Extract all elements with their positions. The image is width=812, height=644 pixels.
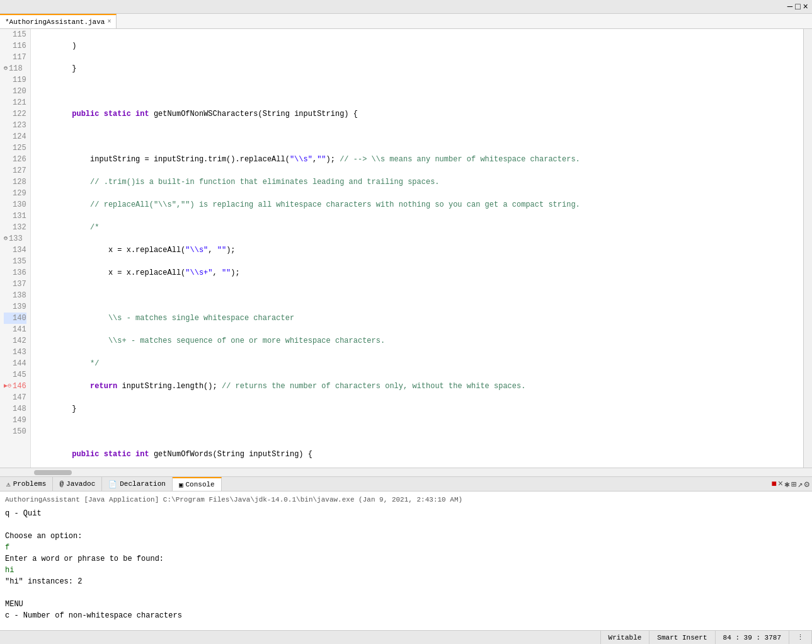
code-line-121: // .trim()is a built-in function that el…	[36, 176, 798, 188]
tab-problems[interactable]: ⚠ Problems	[0, 477, 53, 491]
console-pin-button[interactable]: ✱	[784, 479, 789, 490]
status-extra: ⋮	[789, 631, 812, 644]
code-line-124: x = x.replaceAll("\\s", "");	[36, 244, 798, 256]
horizontal-scrollbar-area	[0, 468, 812, 476]
console-line-5: hi	[5, 565, 807, 576]
console-line-3: f	[5, 542, 807, 553]
code-line-125: x = x.replaceAll("\\s+", "");	[36, 267, 798, 279]
tab-console-label: Console	[186, 481, 215, 488]
bottom-tabs: ⚠ Problems @ Javadoc 📄 Declaration ▣ Con…	[0, 476, 812, 492]
editor-area: 115 116 117 ⊖118 119 120 121 122 123 124…	[0, 29, 812, 644]
bottom-tab-actions: ■ × ✱ ⊞ ↗ ⚙	[771, 479, 812, 490]
tab-problems-label: Problems	[13, 480, 47, 488]
console-line-8: c - Number of non-whitespace characters	[5, 610, 807, 621]
code-line-123: /*	[36, 222, 798, 233]
horizontal-scrollbar-thumb[interactable]	[34, 470, 72, 475]
close-button[interactable]: ×	[803, 2, 808, 12]
editor-tab-bar: *AuthoringAssistant.java ×	[0, 14, 812, 29]
editor-tab-close[interactable]: ×	[107, 18, 111, 25]
console-line-1: q - Quit	[5, 508, 807, 519]
code-line-131: }	[36, 403, 798, 415]
declaration-icon: 📄	[108, 480, 117, 488]
code-line-130: return inputString.length(); // returns …	[36, 381, 798, 392]
tab-declaration[interactable]: 📄 Declaration	[102, 477, 173, 491]
console-path: AuthoringAssistant [Java Application] C:…	[5, 494, 807, 505]
console-arrange-button[interactable]: ⊞	[791, 479, 796, 490]
console-icon: ▣	[179, 481, 183, 489]
tab-javadoc[interactable]: @ Javadoc	[53, 477, 102, 491]
top-bar: ─ □ ×	[0, 0, 812, 14]
code-line-116: }	[36, 63, 798, 74]
code-line-127: \\s - matches single whitespace characte…	[36, 313, 798, 324]
code-line-133: public static int getNumOfWords(String i…	[36, 449, 798, 460]
tab-console[interactable]: ▣ Console	[173, 477, 222, 491]
code-line-119	[36, 131, 798, 142]
maximize-button[interactable]: □	[795, 2, 800, 12]
console-line-4: Enter a word or phrase to be found:	[5, 553, 807, 565]
tab-javadoc-label: Javadoc	[66, 480, 95, 488]
code-line-115: )	[36, 40, 798, 52]
console-area[interactable]: AuthoringAssistant [Java Application] C:…	[0, 492, 812, 630]
problems-icon: ⚠	[6, 480, 11, 488]
code-container[interactable]: 115 116 117 ⊖118 119 120 121 122 123 124…	[0, 29, 812, 468]
code-line-122: // replaceAll("\\s","") is replacing all…	[36, 199, 798, 210]
code-line-117	[36, 86, 798, 97]
javadoc-icon: @	[59, 480, 64, 488]
console-line-blank2	[5, 587, 807, 599]
code-content[interactable]: ) } public static int getNumOfNonWSChara…	[31, 29, 803, 468]
code-line-132	[36, 426, 798, 437]
status-bar: Writable Smart Insert 84 : 39 : 3787 ⋮	[0, 630, 812, 644]
status-writable: Writable	[601, 631, 650, 644]
code-line-128: \\s+ - matches sequence of one or more w…	[36, 335, 798, 347]
editor-tab-authoringassistant[interactable]: *AuthoringAssistant.java ×	[0, 14, 117, 28]
vertical-scrollbar[interactable]	[803, 29, 812, 468]
code-line-120: inputString = inputString.trim().replace…	[36, 154, 798, 165]
line-numbers: 115 116 117 ⊖118 119 120 121 122 123 124…	[0, 29, 31, 468]
status-empty	[0, 631, 601, 644]
editor-tab-label: *AuthoringAssistant.java	[5, 18, 105, 26]
console-close-button[interactable]: ×	[778, 479, 783, 489]
top-bar-right[interactable]: ─ □ ×	[787, 2, 808, 12]
console-settings-button[interactable]: ⚙	[804, 479, 809, 490]
status-insert: Smart Insert	[649, 631, 715, 644]
console-popout-button[interactable]: ↗	[798, 479, 803, 490]
code-line-126	[36, 290, 798, 301]
console-line-blank1	[5, 519, 807, 531]
console-line-7: MENU	[5, 599, 807, 610]
minimize-button[interactable]: ─	[787, 2, 792, 12]
code-line-129: */	[36, 358, 798, 369]
console-line-6: "hi" instances: 2	[5, 576, 807, 587]
console-line-2: Choose an option:	[5, 531, 807, 542]
stop-button[interactable]: ■	[771, 479, 776, 489]
tab-declaration-label: Declaration	[120, 480, 166, 488]
status-position: 84 : 39 : 3787	[716, 631, 789, 644]
code-line-118: public static int getNumOfNonWSCharacter…	[36, 108, 798, 120]
